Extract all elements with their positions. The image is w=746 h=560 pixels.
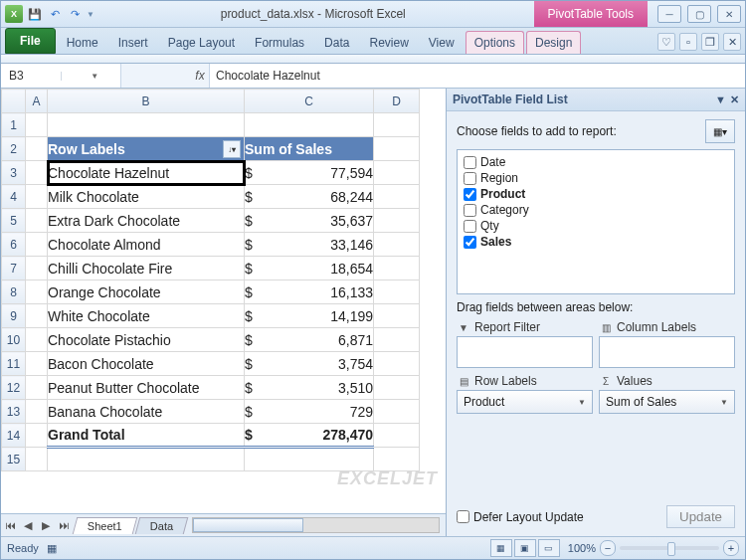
- cell-A2[interactable]: [26, 137, 48, 161]
- close-button[interactable]: ✕: [717, 5, 741, 23]
- pivot-row-label[interactable]: Milk Chocolate: [48, 185, 245, 209]
- field-checkbox[interactable]: [464, 220, 476, 233]
- row-header-9[interactable]: 9: [2, 304, 26, 328]
- horizontal-scrollbar[interactable]: [192, 517, 440, 533]
- pivot-grand-total-value[interactable]: $278,470: [245, 424, 374, 448]
- pane-menu-icon[interactable]: ▼: [715, 93, 726, 106]
- pane-close-icon[interactable]: ✕: [730, 93, 739, 106]
- pivot-row-label[interactable]: Chocolate Almond: [48, 233, 245, 257]
- tab-page-layout[interactable]: Page Layout: [159, 31, 244, 54]
- cell-A3[interactable]: [26, 161, 48, 185]
- minimize-button[interactable]: ─: [657, 5, 681, 23]
- tab-review[interactable]: Review: [360, 31, 417, 54]
- field-checkbox[interactable]: [464, 172, 476, 185]
- cell-A14[interactable]: [26, 424, 48, 448]
- redo-icon[interactable]: ↷: [67, 6, 83, 22]
- tab-file[interactable]: File: [5, 28, 56, 54]
- field-checkbox[interactable]: [464, 204, 476, 217]
- close-workbook-icon[interactable]: ✕: [723, 33, 741, 51]
- sheet-nav-last-icon[interactable]: ⏭: [55, 519, 73, 531]
- pivot-row-value[interactable]: $14,199: [245, 304, 374, 328]
- tab-data[interactable]: Data: [315, 31, 358, 54]
- cell-C15[interactable]: [245, 448, 374, 471]
- help-icon[interactable]: ♡: [657, 33, 675, 51]
- chip-dropdown-icon[interactable]: ▼: [578, 398, 586, 407]
- cell-A8[interactable]: [26, 280, 48, 304]
- report-filter-dropzone[interactable]: [457, 336, 593, 368]
- cell-D15[interactable]: [374, 448, 420, 471]
- cell-A15[interactable]: [26, 448, 48, 471]
- row-header-11[interactable]: 11: [2, 352, 26, 376]
- update-button[interactable]: Update: [666, 505, 735, 528]
- zoom-level[interactable]: 100%: [568, 542, 596, 554]
- cell-A6[interactable]: [26, 233, 48, 257]
- view-normal-icon[interactable]: ▦: [490, 539, 512, 557]
- worksheet-grid[interactable]: ABCD12Row Labels↓▾Sum of Sales3Chocolate…: [1, 89, 446, 513]
- column-header-C[interactable]: C: [245, 90, 374, 113]
- cell-D12[interactable]: [374, 376, 420, 400]
- formula-input[interactable]: Chocolate Hazelnut: [210, 64, 745, 88]
- view-page-layout-icon[interactable]: ▣: [514, 539, 536, 557]
- view-page-break-icon[interactable]: ▭: [538, 539, 560, 557]
- row-labels-chip[interactable]: Product▼: [457, 390, 593, 414]
- pivot-row-value[interactable]: $6,871: [245, 328, 374, 352]
- pivot-row-label[interactable]: Banana Chocolate: [48, 400, 245, 424]
- row-header-3[interactable]: 3: [2, 161, 26, 185]
- pivot-row-label[interactable]: Chocolate Hazelnut: [48, 161, 245, 185]
- row-header-14[interactable]: 14: [2, 424, 26, 448]
- row-header-13[interactable]: 13: [2, 400, 26, 424]
- field-sales[interactable]: Sales: [462, 234, 730, 250]
- cell-D13[interactable]: [374, 400, 420, 424]
- field-category[interactable]: Category: [462, 202, 730, 218]
- cell-A4[interactable]: [26, 185, 48, 209]
- pivot-row-value[interactable]: $3,510: [245, 376, 374, 400]
- field-region[interactable]: Region: [462, 170, 730, 186]
- pivot-row-label[interactable]: Extra Dark Chocolate: [48, 209, 245, 233]
- tab-view[interactable]: View: [420, 31, 464, 54]
- row-header-5[interactable]: 5: [2, 209, 26, 233]
- pivot-row-label[interactable]: Peanut Butter Chocolate: [48, 376, 245, 400]
- column-labels-dropzone[interactable]: [599, 336, 735, 368]
- excel-icon[interactable]: X: [5, 5, 23, 23]
- row-header-6[interactable]: 6: [2, 233, 26, 257]
- field-checkbox[interactable]: [464, 188, 476, 201]
- scrollbar-thumb[interactable]: [193, 518, 303, 532]
- tab-options[interactable]: Options: [466, 31, 524, 54]
- sheet-nav-prev-icon[interactable]: ◀: [19, 519, 37, 532]
- zoom-in-button[interactable]: +: [723, 540, 739, 556]
- cell-A5[interactable]: [26, 209, 48, 233]
- values-chip[interactable]: Sum of Sales▼: [599, 390, 735, 414]
- pivot-row-value[interactable]: $33,146: [245, 233, 374, 257]
- cell-D6[interactable]: [374, 233, 420, 257]
- cell-D9[interactable]: [374, 304, 420, 328]
- cell-D14[interactable]: [374, 424, 420, 448]
- pivot-row-value[interactable]: $77,594: [245, 161, 374, 185]
- row-header-2[interactable]: 2: [2, 137, 26, 161]
- pivot-row-label[interactable]: Chilli Chocolate Fire: [48, 257, 245, 280]
- tab-insert[interactable]: Insert: [109, 31, 157, 54]
- pivot-grand-total-label[interactable]: Grand Total: [48, 424, 245, 448]
- tab-formulas[interactable]: Formulas: [246, 31, 313, 54]
- cell-D5[interactable]: [374, 209, 420, 233]
- cell-D3[interactable]: [374, 161, 420, 185]
- tab-home[interactable]: Home: [58, 31, 107, 54]
- column-header-D[interactable]: D: [374, 90, 420, 113]
- pivot-row-value[interactable]: $35,637: [245, 209, 374, 233]
- field-list-layout-button[interactable]: ▦▾: [705, 119, 735, 143]
- namebox-dropdown-icon[interactable]: ▼: [61, 72, 121, 81]
- pivot-row-value[interactable]: $16,133: [245, 280, 374, 304]
- tab-design[interactable]: Design: [526, 31, 581, 54]
- pivot-row-value[interactable]: $68,244: [245, 185, 374, 209]
- cell-A13[interactable]: [26, 400, 48, 424]
- row-header-10[interactable]: 10: [2, 328, 26, 352]
- row-labels-filter-icon[interactable]: ↓▾: [223, 140, 241, 158]
- cell-D11[interactable]: [374, 352, 420, 376]
- save-icon[interactable]: 💾: [27, 6, 43, 22]
- macro-record-icon[interactable]: ▦: [47, 542, 57, 555]
- pivot-row-value[interactable]: $18,654: [245, 257, 374, 280]
- pivot-row-label[interactable]: Orange Chocolate: [48, 280, 245, 304]
- name-box[interactable]: B3 ▼: [1, 64, 121, 88]
- row-header-12[interactable]: 12: [2, 376, 26, 400]
- cell-C1[interactable]: [245, 113, 374, 137]
- pivot-row-value[interactable]: $729: [245, 400, 374, 424]
